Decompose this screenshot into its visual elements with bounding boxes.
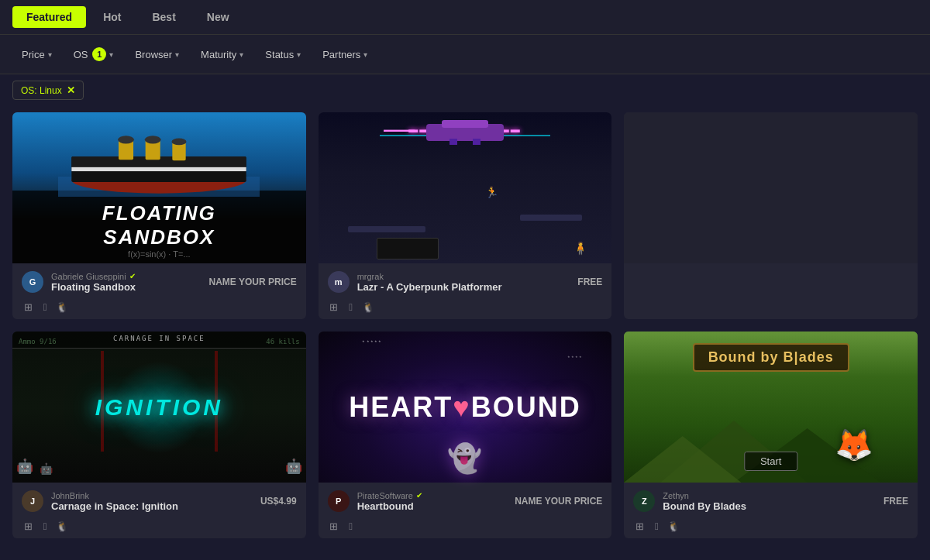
filter-os[interactable]: OS 1 ▾	[64, 43, 123, 66]
filter-browser[interactable]: Browser ▾	[126, 44, 188, 65]
game-title-box: Bound by B|ades	[693, 343, 849, 372]
chevron-down-icon: ▾	[175, 50, 179, 59]
filter-price[interactable]: Price ▾	[12, 44, 61, 65]
game-thumbnail: FLOATING SANDBOX f(x)=sin(x) · T=...	[12, 112, 306, 263]
game-title: Heartbound	[357, 500, 508, 512]
chevron-down-icon: ▾	[109, 50, 113, 59]
developer-avatar: J	[22, 490, 43, 512]
developer-avatar: G	[22, 271, 43, 293]
filter-status[interactable]: Status ▾	[256, 44, 310, 65]
game-meta: Zethyn Bound By Blades	[663, 491, 876, 512]
game-card-lazr[interactable]: ▬▬▬▬▬ ▬▬▬▬▬ ▬▬▬▬▬ 🏃 🧍	[319, 112, 612, 319]
chevron-down-icon: ▾	[48, 50, 52, 59]
chevron-down-icon: ▾	[297, 50, 301, 59]
platform-icons: ⊞  🐧	[319, 297, 612, 319]
chevron-down-icon: ▾	[239, 50, 243, 59]
tab-best[interactable]: Best	[138, 6, 189, 28]
game-info: P PirateSoftware ✔ Heartbound NAME YOUR …	[319, 483, 612, 517]
game-info: m mrgrak Lazr - A Cyberpunk Platformer F…	[319, 263, 612, 297]
game-thumbnail	[624, 112, 918, 263]
svg-point-8	[118, 136, 134, 143]
apple-icon: 	[650, 520, 663, 532]
game-meta: mrgrak Lazr - A Cyberpunk Platformer	[357, 272, 570, 293]
os-linux-chip[interactable]: OS: Linux ✕	[12, 81, 84, 100]
svg-rect-13	[442, 120, 488, 128]
platform-icons: ⊞  🐧	[12, 297, 306, 319]
windows-icon: ⊞	[328, 520, 340, 532]
game-card-bound-by-blades[interactable]: 🦊 Bound by B|ades Start Z Zethyn Bound B…	[624, 332, 918, 538]
close-icon[interactable]: ✕	[67, 84, 75, 96]
svg-rect-14	[450, 139, 457, 145]
game-meta: PirateSoftware ✔ Heartbound	[357, 491, 508, 512]
platform-icons: ⊞  🐧	[624, 517, 918, 538]
game-price: FREE	[577, 277, 602, 287]
svg-text:▬▬▬▬▬: ▬▬▬▬▬	[384, 126, 415, 133]
chevron-down-icon: ▾	[363, 50, 367, 59]
developer-name: PirateSoftware ✔	[357, 491, 508, 500]
game-price: US$4.99	[260, 496, 297, 507]
apple-icon: 	[345, 520, 357, 532]
game-price: NAME YOUR PRICE	[209, 277, 297, 287]
platform-icons: ⊞ 	[319, 517, 612, 538]
game-info: Z Zethyn Bound By Blades FREE	[624, 483, 918, 517]
game-card-carnage[interactable]: Ammo 9/16 46 kills CARNAGE IN SPACE IGNI…	[12, 332, 306, 538]
game-meta: Gabriele Giuseppini ✔ Floating Sandbox	[51, 272, 202, 293]
game-grid: FLOATING SANDBOX f(x)=sin(x) · T=... G G…	[0, 106, 930, 551]
game-subtitle-text: SANDBOX	[22, 225, 297, 249]
tab-hot[interactable]: Hot	[89, 6, 135, 28]
game-title: Floating Sandbox	[51, 281, 202, 293]
tab-featured[interactable]: Featured	[12, 6, 86, 28]
game-meta: JohnBrink Carnage in Space: Ignition	[51, 491, 253, 512]
game-title: Bound By Blades	[663, 500, 876, 512]
game-info: J JohnBrink Carnage in Space: Ignition U…	[12, 483, 306, 517]
game-card-empty	[624, 112, 918, 319]
developer-name: mrgrak	[357, 272, 570, 281]
filter-partners[interactable]: Partners ▾	[313, 44, 377, 65]
game-thumbnail: ★ ★ ★ ★ ★ ★ ★ ★ ★ 👻 HEART♥BOUND	[319, 332, 612, 483]
apple-icon: 	[39, 301, 51, 313]
filter-maturity[interactable]: Maturity ▾	[191, 44, 253, 65]
linux-icon: 🐧	[56, 301, 68, 313]
game-info: G Gabriele Giuseppini ✔ Floating Sandbox…	[12, 263, 306, 297]
svg-rect-15	[473, 139, 480, 145]
developer-avatar: Z	[633, 490, 655, 512]
start-button: Start	[744, 452, 797, 471]
svg-rect-4	[72, 167, 246, 171]
active-filters: OS: Linux ✕	[0, 74, 930, 106]
developer-name: Gabriele Giuseppini ✔	[51, 272, 202, 281]
game-title: Carnage in Space: Ignition	[51, 500, 253, 512]
windows-icon: ⊞	[22, 520, 34, 532]
apple-icon: 	[39, 520, 51, 532]
tab-new[interactable]: New	[193, 6, 243, 28]
developer-name: Zethyn	[663, 491, 876, 500]
game-price: NAME YOUR PRICE	[515, 496, 602, 507]
linux-icon: 🐧	[667, 520, 680, 532]
game-thumbnail: ▬▬▬▬▬ ▬▬▬▬▬ ▬▬▬▬▬ 🏃 🧍	[319, 112, 612, 263]
windows-icon: ⊞	[328, 301, 340, 313]
windows-icon: ⊞	[22, 301, 34, 313]
developer-avatar: P	[328, 490, 350, 512]
filter-bar: Price ▾ OS 1 ▾ Browser ▾ Maturity ▾ Stat…	[0, 35, 930, 74]
game-card-floating-sandbox[interactable]: FLOATING SANDBOX f(x)=sin(x) · T=... G G…	[12, 112, 306, 319]
developer-avatar: m	[328, 271, 350, 293]
svg-point-9	[145, 136, 161, 143]
linux-icon: 🐧	[56, 520, 68, 532]
game-title: Lazr - A Cyberpunk Platformer	[357, 281, 570, 293]
platform-icons: ⊞  🐧	[12, 517, 306, 538]
linux-icon: 🐧	[362, 301, 374, 313]
developer-name: JohnBrink	[51, 491, 253, 500]
game-thumbnail: 🦊 Bound by B|ades Start	[624, 332, 918, 483]
windows-icon: ⊞	[633, 520, 646, 532]
game-thumbnail: Ammo 9/16 46 kills CARNAGE IN SPACE IGNI…	[12, 332, 306, 483]
game-price: FREE	[884, 496, 908, 507]
top-navigation: Featured Hot Best New	[0, 0, 930, 35]
verified-badge: ✔	[129, 272, 136, 280]
svg-point-10	[172, 139, 187, 146]
apple-icon: 	[345, 301, 357, 313]
game-card-heartbound[interactable]: ★ ★ ★ ★ ★ ★ ★ ★ ★ 👻 HEART♥BOUND P Pirate…	[319, 332, 612, 538]
verified-badge: ✔	[416, 491, 422, 500]
